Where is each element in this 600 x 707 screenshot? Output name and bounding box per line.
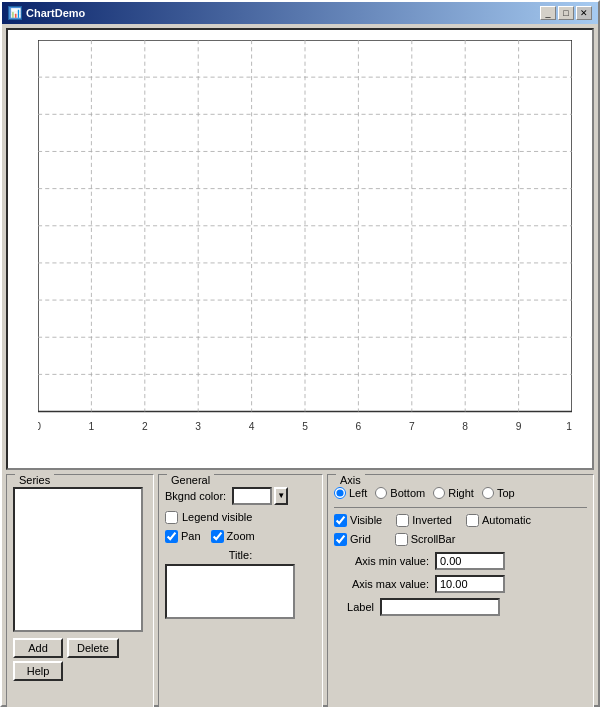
- bkgnd-color-row: Bkgnd color: ▼: [165, 487, 316, 505]
- zoom-label: Zoom: [227, 530, 255, 542]
- title-bar-left: 📊 ChartDemo: [8, 6, 85, 20]
- radio-right-label: Right: [448, 487, 474, 499]
- axis-min-row: Axis min value:: [334, 552, 587, 570]
- app-icon: 📊: [8, 6, 22, 20]
- axis-min-input[interactable]: [435, 552, 505, 570]
- svg-text:5: 5: [302, 421, 308, 432]
- chart-svg: 0 1 2 3 4 5 6 7 8 9 10 0 1 2 3 4 5 6 7: [38, 40, 572, 443]
- minimize-button[interactable]: _: [540, 6, 556, 20]
- svg-text:10: 10: [566, 421, 572, 432]
- svg-text:3: 3: [195, 421, 201, 432]
- svg-text:9: 9: [516, 421, 522, 432]
- maximize-button[interactable]: □: [558, 6, 574, 20]
- axis-radio-group: Left Bottom Right Top: [334, 487, 587, 499]
- inverted-label: Inverted: [412, 514, 452, 526]
- close-button[interactable]: ✕: [576, 6, 592, 20]
- window-title: ChartDemo: [26, 7, 85, 19]
- radio-top-label: Top: [497, 487, 515, 499]
- svg-text:4: 4: [249, 421, 255, 432]
- dropdown-arrow[interactable]: ▼: [274, 487, 288, 505]
- series-buttons: Add Delete Help: [13, 638, 147, 681]
- pan-label: Pan: [181, 530, 201, 542]
- automatic-checkbox[interactable]: [466, 514, 479, 527]
- general-panel: General Bkgnd color: ▼ Legend visible: [158, 474, 323, 708]
- series-panel: Series Add Delete Help: [6, 474, 154, 708]
- scrollbar-label: ScrollBar: [411, 533, 456, 545]
- radio-left: Left: [334, 487, 367, 499]
- zoom-checkbox[interactable]: [211, 530, 224, 543]
- svg-text:6: 6: [356, 421, 362, 432]
- grid-scrollbar-row: Grid ScrollBar: [334, 533, 587, 546]
- visible-checkbox[interactable]: [334, 514, 347, 527]
- inverted-checkbox[interactable]: [396, 514, 409, 527]
- scrollbar-checkbox[interactable]: [395, 533, 408, 546]
- radio-right: Right: [433, 487, 474, 499]
- bottom-panels: Series Add Delete Help General Bkgnd col…: [6, 474, 594, 708]
- chart-area: 0 1 2 3 4 5 6 7 8 9 10 0 1 2 3 4 5 6 7: [6, 28, 594, 470]
- delete-button[interactable]: Delete: [67, 638, 119, 658]
- axis-label-input[interactable]: [380, 598, 500, 616]
- pan-checkbox[interactable]: [165, 530, 178, 543]
- series-panel-label: Series: [15, 474, 54, 486]
- title-label-text: Title:: [229, 549, 252, 561]
- radio-right-input[interactable]: [433, 487, 445, 499]
- legend-checkbox[interactable]: [165, 511, 178, 524]
- color-dropdown: ▼: [232, 487, 288, 505]
- automatic-label: Automatic: [482, 514, 531, 526]
- radio-bottom: Bottom: [375, 487, 425, 499]
- svg-text:8: 8: [462, 421, 468, 432]
- divider1: [334, 507, 587, 508]
- axis-panel-label: Axis: [336, 474, 365, 486]
- zoom-label-group: Zoom: [211, 530, 255, 543]
- vis-inv-auto-row: Visible Inverted Automatic: [334, 514, 587, 527]
- svg-text:0: 0: [38, 421, 41, 432]
- title-input[interactable]: [165, 564, 295, 619]
- help-button[interactable]: Help: [13, 661, 63, 681]
- legend-label: Legend visible: [182, 511, 252, 523]
- radio-left-label: Left: [349, 487, 367, 499]
- svg-text:7: 7: [409, 421, 415, 432]
- axis-panel: Axis Left Bottom Right: [327, 474, 594, 708]
- pan-zoom-row: Pan Zoom: [165, 530, 316, 543]
- main-content: 0 1 2 3 4 5 6 7 8 9 10 0 1 2 3 4 5 6 7: [2, 24, 598, 707]
- axis-label-label: Label: [334, 601, 374, 613]
- series-listbox[interactable]: [13, 487, 143, 632]
- add-delete-row: Add Delete: [13, 638, 147, 658]
- visible-group: Visible: [334, 514, 382, 527]
- general-panel-label: General: [167, 474, 214, 486]
- axis-max-row: Axis max value:: [334, 575, 587, 593]
- help-row: Help: [13, 661, 147, 681]
- bkgnd-color-label: Bkgnd color:: [165, 490, 226, 502]
- scrollbar-group: ScrollBar: [395, 533, 456, 546]
- svg-text:2: 2: [142, 421, 148, 432]
- title-bar: 📊 ChartDemo _ □ ✕: [2, 2, 598, 24]
- inverted-group: Inverted: [396, 514, 452, 527]
- axis-max-input[interactable]: [435, 575, 505, 593]
- radio-top: Top: [482, 487, 515, 499]
- grid-checkbox[interactable]: [334, 533, 347, 546]
- legend-row: Legend visible: [165, 511, 316, 524]
- radio-top-input[interactable]: [482, 487, 494, 499]
- svg-text:1: 1: [89, 421, 95, 432]
- color-preview: [232, 487, 272, 505]
- radio-bottom-input[interactable]: [375, 487, 387, 499]
- radio-left-input[interactable]: [334, 487, 346, 499]
- axis-min-label: Axis min value:: [334, 555, 429, 567]
- axis-max-label: Axis max value:: [334, 578, 429, 590]
- radio-bottom-label: Bottom: [390, 487, 425, 499]
- visible-label: Visible: [350, 514, 382, 526]
- add-button[interactable]: Add: [13, 638, 63, 658]
- label-row: Label: [334, 598, 587, 616]
- title-buttons: _ □ ✕: [540, 6, 592, 20]
- grid-group: Grid: [334, 533, 371, 546]
- automatic-group: Automatic: [466, 514, 531, 527]
- main-window: 📊 ChartDemo _ □ ✕: [0, 0, 600, 707]
- grid-label: Grid: [350, 533, 371, 545]
- title-field-label: Title:: [165, 549, 316, 561]
- pan-label-group: Pan: [165, 530, 201, 543]
